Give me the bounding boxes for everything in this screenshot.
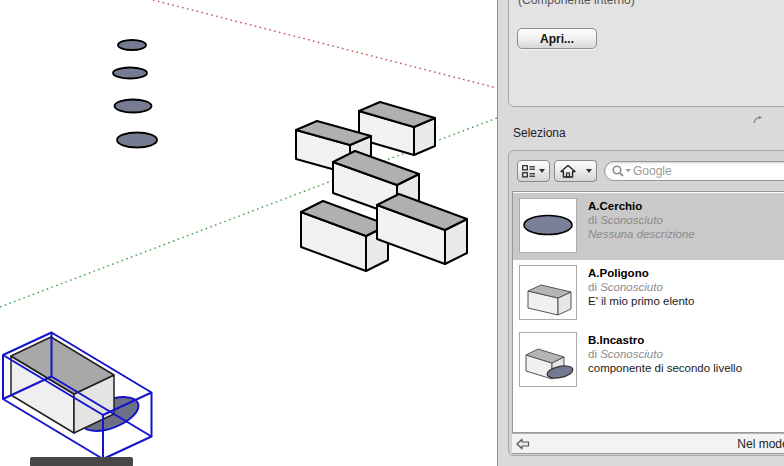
component-name: A.Poligono: [588, 266, 694, 280]
home-button[interactable]: [554, 160, 582, 182]
grid-list-icon: [522, 165, 536, 178]
component-list-item[interactable]: A.Cerchio di Sconosciuto Nessuna descriz…: [513, 193, 784, 260]
component-thumbnail: [519, 265, 577, 320]
component-thumbnail: [519, 332, 577, 387]
circle-components[interactable]: [113, 40, 157, 148]
axis-lines: [0, 0, 497, 307]
home-icon: [560, 164, 576, 178]
model-viewport[interactable]: [0, 0, 497, 466]
component-description: Nessuna descrizione: [588, 227, 695, 241]
bottom-dark-bar: [30, 457, 133, 466]
search-field[interactable]: [604, 161, 784, 181]
component-author: di Sconosciuto: [588, 213, 695, 227]
select-section-label: Seleziona: [513, 126, 566, 140]
hollow-left-arrow-icon[interactable]: [516, 438, 530, 450]
box-components[interactable]: [296, 102, 467, 271]
selected-component[interactable]: [3, 333, 152, 460]
component-description: E' il mio primo elento: [588, 294, 694, 308]
component-author: di Sconosciuto: [588, 280, 694, 294]
open-button[interactable]: Apri...: [517, 28, 597, 49]
component-info-label: (Componente interno): [518, 0, 635, 7]
component-author: di Sconosciuto: [588, 347, 742, 361]
box-component[interactable]: [301, 201, 388, 271]
view-options-button[interactable]: [517, 160, 550, 182]
component-description: componente di secondo livello: [588, 361, 742, 375]
component-name: A.Cerchio: [588, 199, 695, 213]
in-model-label: Nel modell: [737, 437, 784, 451]
red-axis-dotted-line: [153, 0, 497, 88]
circle-component[interactable]: [113, 68, 147, 79]
component-list-item[interactable]: A.Poligono di Sconosciuto E' il mio prim…: [513, 260, 784, 327]
component-info-section: (Componente interno) Apri...: [508, 0, 784, 107]
components-panel: (Componente interno) Apri... Seleziona: [498, 0, 784, 466]
list-footer-bar: Nel modell: [512, 433, 784, 454]
component-list-item[interactable]: B.Incastro di Sconosciuto componente di …: [513, 327, 784, 394]
search-input[interactable]: [633, 163, 784, 179]
circle-component[interactable]: [115, 100, 152, 113]
chevron-down-icon: [626, 169, 632, 172]
component-thumbnail: [519, 198, 577, 253]
circle-component[interactable]: [118, 40, 146, 50]
circle-component[interactable]: [117, 133, 157, 148]
selected-box[interactable]: [11, 337, 114, 433]
component-list[interactable]: A.Cerchio di Sconosciuto Nessuna descriz…: [512, 191, 784, 433]
chevron-down-icon: [586, 169, 592, 173]
select-section: A.Cerchio di Sconosciuto Nessuna descriz…: [508, 150, 784, 456]
chevron-down-icon: [539, 169, 545, 173]
box-component[interactable]: [377, 194, 467, 264]
curved-arrow-icon[interactable]: [752, 113, 764, 125]
home-dropdown-button[interactable]: [581, 160, 597, 182]
component-name: B.Incastro: [588, 333, 742, 347]
magnifier-icon[interactable]: [611, 164, 633, 178]
